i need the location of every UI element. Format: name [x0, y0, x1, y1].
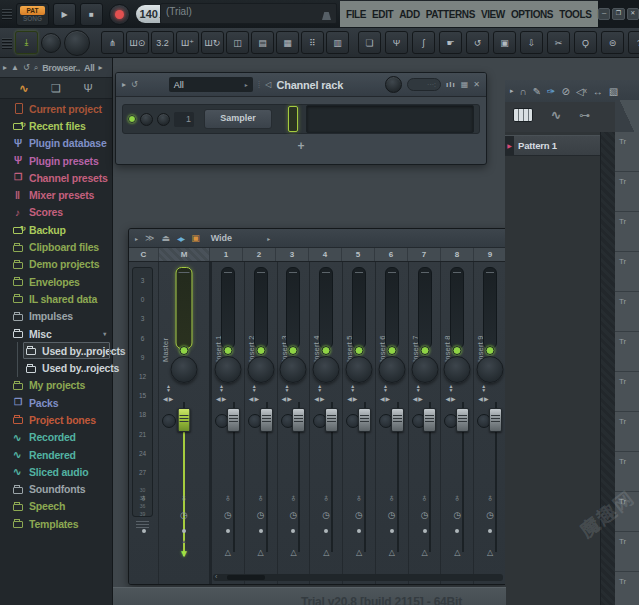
mixer-column-header[interactable]: M — [159, 248, 210, 261]
stop-button[interactable]: ■ — [80, 3, 103, 26]
add-channel-button[interactable]: + — [116, 139, 486, 153]
mixer-link-icon[interactable]: ≫ — [145, 233, 154, 243]
pan-arrows-icon[interactable] — [347, 396, 357, 403]
grid-button[interactable]: ⠿ — [301, 31, 324, 54]
scroll-left-icon[interactable]: ‹ — [215, 573, 217, 580]
volume-fader[interactable] — [178, 408, 191, 432]
channel-name-button[interactable]: Sampler — [204, 109, 272, 129]
channel-pan-knob[interactable] — [140, 113, 153, 126]
fx-knob[interactable] — [162, 414, 176, 428]
latency-clock-icon[interactable] — [421, 510, 429, 520]
route-arrow-icon[interactable] — [356, 548, 362, 557]
record-arm-icon[interactable] — [421, 492, 429, 503]
channel-rack-button[interactable]: ▦ — [276, 31, 299, 54]
channel-target-number[interactable]: 1 — [174, 112, 194, 127]
pan-knob[interactable] — [477, 356, 504, 383]
mixer-column-header[interactable]: 4 — [309, 248, 342, 261]
browser-tab-files[interactable]: ❏ — [51, 82, 61, 95]
browser-item-channel-presets[interactable]: Channel presets — [0, 169, 112, 186]
browser-refresh-icon[interactable]: ↺ — [23, 63, 30, 72]
route-up-icon[interactable]: ▲ — [182, 538, 187, 544]
new-project-button[interactable]: ❏ — [358, 31, 381, 54]
mixer-menu-icon[interactable]: ▸ — [135, 235, 138, 242]
pattern-item[interactable]: ▶ Pattern 1 — [505, 135, 600, 156]
menu-item[interactable]: VIEW — [478, 9, 508, 20]
pan-knob[interactable] — [378, 356, 405, 383]
record-arm-icon[interactable] — [290, 492, 298, 503]
paint-brush-icon[interactable]: ✑ — [547, 86, 555, 97]
playlist-track-row[interactable]: Tr — [615, 412, 639, 452]
latency-clock-icon[interactable] — [180, 510, 188, 520]
tab-patterns[interactable] — [513, 108, 533, 122]
volume-fader[interactable] — [391, 408, 404, 432]
playlist-track-row[interactable]: Tr — [615, 452, 639, 492]
pan-arrows-icon[interactable] — [163, 396, 173, 403]
browser-filter[interactable]: All — [84, 63, 95, 73]
mute-led[interactable] — [180, 346, 189, 355]
menu-item[interactable]: OPTIONS — [508, 9, 556, 20]
menu-item[interactable]: ADD — [396, 9, 422, 20]
mixer-track-insert-2[interactable]: Insert 2 — [245, 262, 278, 585]
typing-keyboard-button[interactable]: 3.2 — [151, 31, 174, 54]
browser-item-recent-files[interactable]: Recent files — [0, 117, 112, 134]
minimize-button[interactable]: ─ — [598, 8, 610, 20]
save-new-version-button[interactable]: ⇩ — [520, 31, 543, 54]
undo-button[interactable]: ↺ — [466, 31, 489, 54]
mixer-column-header[interactable]: 5 — [342, 248, 375, 261]
rack-swing-knob[interactable] — [385, 76, 402, 93]
stereo-sep-icon[interactable] — [448, 384, 453, 392]
mute-led[interactable] — [453, 346, 462, 355]
drag-hand-button[interactable]: ☛ — [439, 31, 462, 54]
mixer-track-insert-7[interactable]: Insert 7 — [409, 262, 442, 585]
pan-arrows-icon[interactable] — [249, 396, 259, 403]
loop-record-button[interactable]: Ш↻ — [201, 31, 224, 54]
mixer-column-header[interactable]: C — [129, 248, 159, 261]
mixer-track-insert-3[interactable]: Insert 3 — [278, 262, 311, 585]
volume-fader[interactable] — [358, 408, 371, 432]
mixer-scrollbar[interactable]: ‹ — [213, 574, 503, 581]
menu-item[interactable]: PATTERNS — [423, 9, 478, 20]
mute-led[interactable] — [486, 346, 495, 355]
browser-item-plugin-database[interactable]: Plugin database — [0, 135, 112, 152]
help-button[interactable]: ? — [628, 31, 639, 54]
stereo-sep-icon[interactable] — [166, 384, 171, 392]
mixer-track-insert-8[interactable]: Insert 8 — [441, 262, 474, 585]
pan-knob[interactable] — [313, 356, 340, 383]
browser-item-impulses[interactable]: Impulses — [0, 308, 112, 325]
volume-fader[interactable] — [423, 408, 436, 432]
volume-fader[interactable] — [260, 408, 273, 432]
record-arm-icon[interactable] — [180, 492, 188, 503]
slice-tool-button[interactable]: ✂ — [547, 31, 570, 54]
browser-item-backup[interactable]: Backup — [0, 221, 112, 238]
pan-knob[interactable] — [346, 356, 373, 383]
snap-magnet-icon[interactable]: ∩ — [520, 86, 527, 97]
playlist-scrollbar[interactable] — [600, 132, 616, 605]
mixer-column-header[interactable]: 8 — [441, 248, 474, 261]
playlist-track-row[interactable]: Tr — [615, 172, 639, 212]
route-arrow-icon[interactable] — [225, 548, 231, 557]
route-arrow-icon[interactable] — [454, 548, 460, 557]
main-volume-knob[interactable] — [41, 33, 61, 53]
pan-arrows-icon[interactable] — [314, 396, 324, 403]
zoom-icon[interactable]: ▧ — [609, 86, 618, 97]
mixer-track-current[interactable]: 30369121518212427 30333639 — [129, 262, 159, 585]
blend-notes-button[interactable]: Ш⁺ — [176, 31, 199, 54]
browser-item-project-bones[interactable]: Project bones — [0, 411, 112, 428]
mixer-track-insert-4[interactable]: Insert 4 — [310, 262, 343, 585]
channel-row[interactable]: 1 Sampler — [122, 104, 480, 134]
mixer-layout-select[interactable]: Wide — [211, 233, 232, 243]
browser-search-icon[interactable]: ⌕ — [34, 63, 38, 73]
route-arrow-icon[interactable] — [422, 548, 428, 557]
route-arrow-icon[interactable] — [323, 548, 329, 557]
record-arm-icon[interactable] — [257, 492, 265, 503]
volume-fader[interactable] — [325, 408, 338, 432]
browser-item-misc[interactable]: Misc ▾ — [0, 325, 112, 342]
step-sequencer-area[interactable] — [306, 105, 474, 133]
draw-pencil-icon[interactable]: ✎ — [533, 86, 541, 97]
playlist-track-row[interactable]: Tr — [615, 132, 639, 172]
record-arm-icon[interactable] — [322, 492, 330, 503]
mute-led[interactable] — [387, 346, 396, 355]
stereo-sep-icon[interactable] — [416, 384, 421, 392]
keyboard-editor-icon[interactable]: ▦ — [461, 80, 469, 89]
channel-volume-knob[interactable] — [157, 113, 170, 126]
